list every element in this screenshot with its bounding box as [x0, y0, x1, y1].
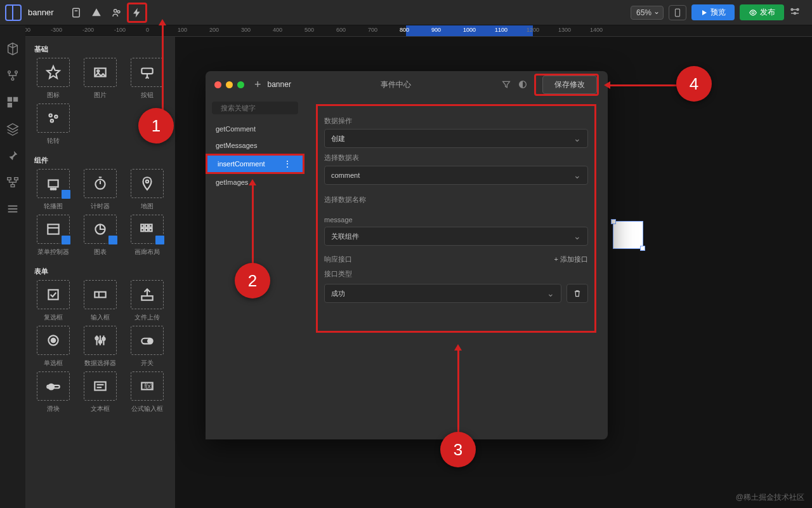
annotation-3: 3: [440, 432, 476, 467]
rail-layout-icon[interactable]: [6, 95, 20, 109]
svg-point-2: [114, 9, 117, 12]
document-name[interactable]: banner: [28, 8, 53, 17]
api-item-getComment[interactable]: getComment: [206, 121, 304, 137]
rail-flow-icon[interactable]: [6, 175, 20, 189]
filter-icon[interactable]: [501, 79, 511, 90]
component-star[interactable]: 图标: [32, 58, 75, 100]
component-timer[interactable]: 计时器: [79, 169, 122, 211]
svg-point-26: [49, 114, 52, 117]
rail-tree-icon[interactable]: [6, 69, 20, 83]
label-data-op: 数据操作: [324, 116, 588, 126]
selected-element[interactable]: [613, 221, 643, 249]
component-label: 图表: [94, 248, 107, 257]
toggle-icon: [131, 326, 164, 355]
component-map[interactable]: 地图: [126, 169, 169, 211]
search-input[interactable]: [212, 102, 298, 114]
api-item-getMessages[interactable]: getMessages: [206, 137, 304, 154]
component-label: 单选框: [44, 359, 63, 368]
api-item-insertComment[interactable]: insertComment⋮: [207, 156, 303, 172]
select-table[interactable]: comment: [324, 166, 588, 185]
component-formula[interactable]: f(x)公式输入框: [126, 371, 169, 413]
svg-rect-29: [48, 180, 58, 187]
component-gallery[interactable]: 画廊布局: [126, 215, 169, 257]
svg-rect-43: [149, 229, 152, 231]
topbar: banner 65% 预览 发布: [0, 0, 812, 25]
ruler: -400-300-200-100010020030040050060070080…: [25, 25, 812, 37]
cloud-icon[interactable]: [86, 3, 107, 23]
svg-rect-17: [8, 178, 11, 180]
save-button[interactable]: 保存修改: [542, 76, 597, 94]
select-data-op[interactable]: 创建: [324, 129, 588, 148]
close-icon[interactable]: [214, 81, 221, 88]
svg-point-34: [146, 180, 148, 183]
label-response: 响应接口: [324, 255, 352, 264]
select-related-comp[interactable]: 关联组件: [324, 227, 588, 246]
publish-button[interactable]: 发布: [740, 4, 784, 20]
device-toggle[interactable]: [669, 5, 686, 20]
component-label: 画廊布局: [134, 248, 160, 257]
annotation-4: 4: [676, 66, 712, 102]
svg-point-24: [97, 70, 99, 72]
theme-icon[interactable]: [518, 79, 528, 90]
component-panel: 基础 图标图片按钮轮转 组件 轮播图计时器地图菜单控制器图表画廊布局 表单 复选…: [25, 37, 175, 508]
menu-icon: [37, 215, 70, 244]
component-toggle[interactable]: 开关: [126, 326, 169, 368]
maximize-icon[interactable]: [237, 81, 244, 88]
component-chart[interactable]: 图表: [79, 215, 122, 257]
component-label: 复选框: [44, 313, 63, 322]
rail-cube-icon[interactable]: [6, 42, 20, 56]
svg-rect-41: [141, 229, 143, 231]
component-label: 数据选择器: [84, 359, 116, 368]
arrow-2: [252, 183, 254, 264]
component-textarea[interactable]: 文本框: [79, 371, 122, 413]
svg-rect-4: [676, 9, 680, 17]
add-interface-button[interactable]: 添加接口: [554, 255, 588, 264]
component-image[interactable]: 图片: [79, 58, 122, 100]
slider-icon: [37, 371, 70, 401]
svg-rect-60: [95, 382, 105, 391]
component-rotate[interactable]: 轮转: [32, 104, 75, 145]
minimize-icon[interactable]: [226, 81, 233, 88]
component-slider[interactable]: 滑块: [32, 371, 75, 413]
more-icon[interactable]: ⋮: [283, 161, 292, 166]
annotation-1: 1: [138, 108, 174, 144]
formula-icon: f(x): [131, 371, 164, 401]
rail-pin-icon[interactable]: [6, 149, 20, 163]
svg-rect-47: [141, 296, 152, 300]
preview-button[interactable]: 预览: [691, 4, 735, 20]
modal-heading: 事件中心: [291, 79, 501, 90]
component-radio[interactable]: 单选框: [32, 326, 75, 368]
component-checkbox[interactable]: 复选框: [32, 280, 75, 322]
component-carousel[interactable]: 轮播图: [32, 169, 75, 211]
upload-icon: [131, 280, 164, 309]
svg-point-13: [11, 78, 14, 81]
users-icon[interactable]: [107, 3, 127, 23]
events-icon[interactable]: [127, 3, 147, 23]
settings-icon[interactable]: [789, 6, 807, 20]
component-input[interactable]: 输入框: [79, 280, 122, 322]
select-interface-type[interactable]: 成功: [324, 284, 561, 303]
svg-rect-44: [48, 290, 58, 299]
rail-layers-icon[interactable]: [6, 122, 20, 136]
svg-rect-40: [149, 224, 152, 227]
label-message: message: [324, 216, 588, 224]
component-label: 轮转: [47, 137, 60, 145]
delete-interface-button[interactable]: [566, 284, 588, 303]
section-basic: 基础: [25, 39, 175, 58]
component-label: 按钮: [141, 91, 154, 100]
component-upload[interactable]: 文件上传: [126, 280, 169, 322]
modal-titlebar: + banner 事件中心 保存修改: [206, 71, 608, 98]
component-picker[interactable]: 数据选择器: [79, 326, 122, 368]
svg-rect-38: [141, 224, 143, 227]
rail-list-icon[interactable]: [6, 202, 20, 216]
app-logo-icon[interactable]: [5, 4, 22, 21]
add-button[interactable]: +: [254, 78, 261, 91]
zoom-select[interactable]: 65%: [631, 6, 664, 20]
component-menu[interactable]: 菜单控制器: [32, 215, 75, 257]
search-field[interactable]: [221, 104, 308, 112]
svg-point-31: [53, 189, 54, 190]
svg-point-59: [48, 384, 54, 390]
svg-rect-19: [11, 185, 15, 187]
component-label: 输入框: [91, 313, 110, 322]
page-icon[interactable]: [66, 3, 86, 23]
